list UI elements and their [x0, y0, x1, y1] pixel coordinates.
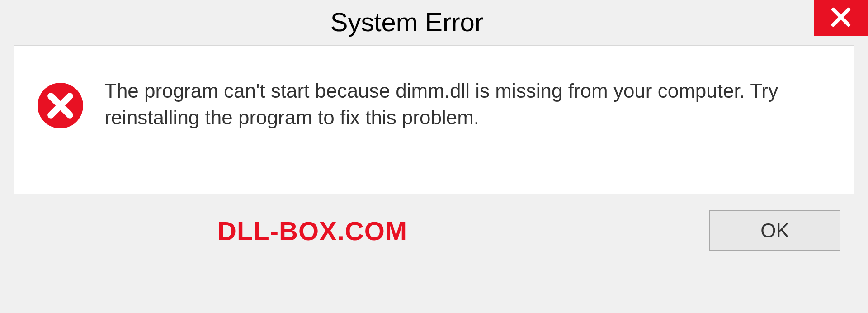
dialog-title: System Error: [0, 0, 814, 37]
error-message: The program can't start because dimm.dll…: [104, 73, 831, 131]
watermark-text: DLL-BOX.COM: [217, 216, 407, 246]
close-button[interactable]: [814, 0, 868, 36]
close-icon: [830, 6, 852, 30]
message-panel: The program can't start because dimm.dll…: [14, 45, 854, 194]
title-bar: System Error: [0, 0, 868, 43]
footer-bar: DLL-BOX.COM OK: [14, 194, 854, 267]
ok-button[interactable]: OK: [709, 210, 840, 251]
error-icon: [37, 82, 84, 129]
